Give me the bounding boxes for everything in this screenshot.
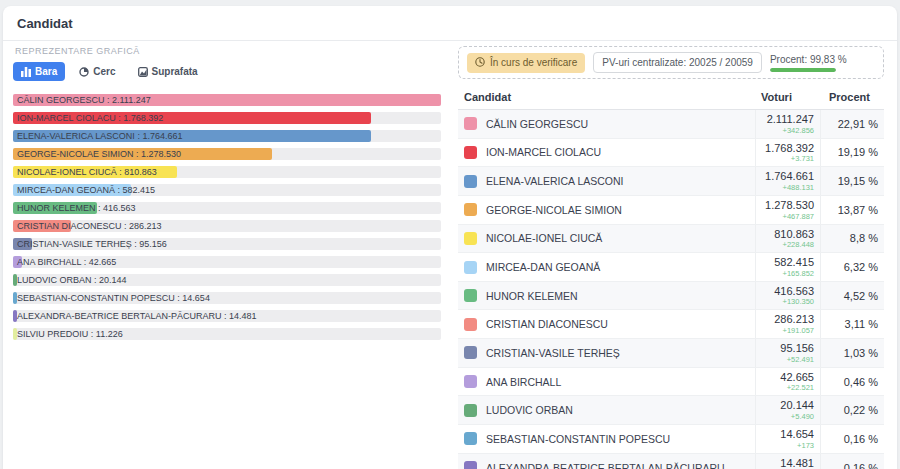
candidate-name: SEBASTIAN-CONSTANTIN POPESCU xyxy=(486,433,670,445)
votes-delta: +228.448 xyxy=(783,240,815,249)
bar-label: SEBASTIAN-CONSTANTIN POPESCU : 14.654 xyxy=(17,294,210,303)
votes-delta: +130.350 xyxy=(783,297,815,306)
percent-value: 0,16 % xyxy=(821,454,884,469)
candidate-color-swatch xyxy=(464,117,477,130)
votes-value: 810.863 xyxy=(774,228,814,241)
candidate-name: CĂLIN GEORGESCU xyxy=(486,118,588,130)
bar-label: LUDOVIC ORBAN : 20.144 xyxy=(17,276,127,285)
view-button-suprafata[interactable]: Suprafata xyxy=(130,62,206,81)
percent-value: 8,8 % xyxy=(821,225,884,253)
bar-label: SILVIU PREDOIU : 11.226 xyxy=(17,330,123,339)
bar-label: HUNOR KELEMEN : 416.563 xyxy=(17,204,136,213)
page-title: Candidat xyxy=(3,6,897,41)
chart-view-toggle: Bara Cerc Suprafata xyxy=(13,62,441,81)
candidate-color-swatch xyxy=(464,146,477,159)
candidate-color-swatch xyxy=(464,375,477,388)
table-row: LUDOVIC ORBAN 20.144 +5.490 0,22 % xyxy=(458,396,884,425)
candidate-color-swatch xyxy=(464,318,477,331)
percent-progress-label: Procent: 99,83 % xyxy=(770,54,847,65)
votes-delta: +22.521 xyxy=(787,383,814,392)
bar-row: CĂLIN GEORGESCU : 2.111.247 xyxy=(13,94,441,106)
votes-value: 582.415 xyxy=(774,256,814,269)
votes-value: 1.764.661 xyxy=(765,170,814,183)
table-row: ALEXANDRA-BEATRICE BERTALAN-PĂCURARU 14.… xyxy=(458,454,884,469)
bar-row: CRISTIAN-VASILE TERHEȘ : 95.156 xyxy=(13,238,441,250)
votes-value: 1.278.530 xyxy=(765,199,814,212)
percent-value: 13,87 % xyxy=(821,196,884,224)
candidate-name: ANA BIRCHALL xyxy=(486,376,561,388)
candidate-name: GEORGE-NICOLAE SIMION xyxy=(486,204,622,216)
candidate-color-swatch xyxy=(464,261,477,274)
votes-value: 14.654 xyxy=(780,428,814,441)
table-row: MIRCEA-DAN GEOANĂ 582.415 +165.852 6,32 … xyxy=(458,253,884,282)
bar-row: ALEXANDRA-BEATRICE BERTALAN-PĂCURARU : 1… xyxy=(13,310,441,322)
votes-delta: +5.490 xyxy=(791,412,814,421)
votes-value: 286.213 xyxy=(774,313,814,326)
header-candidate: Candidat xyxy=(458,91,755,103)
percent-value: 3,11 % xyxy=(821,310,884,338)
candidate-color-swatch xyxy=(464,404,477,417)
view-button-cerc[interactable]: Cerc xyxy=(71,62,123,81)
bar-label: CRISTIAN DIACONESCU : 286.213 xyxy=(17,222,162,231)
table-row: CĂLIN GEORGESCU 2.111.247 +342.856 22,91… xyxy=(458,110,884,139)
percent-value: 0,22 % xyxy=(821,396,884,424)
candidate-name: CRISTIAN-VASILE TERHEȘ xyxy=(486,347,620,359)
table-row: CRISTIAN-VASILE TERHEȘ 95.156 +52.491 1,… xyxy=(458,339,884,368)
votes-delta: +488.131 xyxy=(783,183,815,192)
table-body: CĂLIN GEORGESCU 2.111.247 +342.856 22,91… xyxy=(458,110,884,469)
bar-label: CĂLIN GEORGESCU : 2.111.247 xyxy=(17,96,151,105)
bar-row: HUNOR KELEMEN : 416.563 xyxy=(13,202,441,214)
votes-value: 20.144 xyxy=(780,399,814,412)
votes-delta: +3.731 xyxy=(791,154,814,163)
candidate-name: NICOLAE-IONEL CIUCĂ xyxy=(486,232,602,244)
bar-chart-icon xyxy=(21,67,31,77)
percent-value: 0,46 % xyxy=(821,368,884,396)
bar-row: MIRCEA-DAN GEOANĂ : 582.415 xyxy=(13,184,441,196)
votes-value: 42.665 xyxy=(780,371,814,384)
area-chart-icon xyxy=(138,67,148,77)
bar-row: CRISTIAN DIACONESCU : 286.213 xyxy=(13,220,441,232)
bar-label: ANA BIRCHALL : 42.665 xyxy=(17,258,116,267)
votes-value: 1.768.392 xyxy=(765,142,814,155)
percent-progress-track xyxy=(770,68,836,72)
view-button-bara[interactable]: Bara xyxy=(13,62,65,81)
percent-progress-fill xyxy=(770,68,836,72)
bar-row: SILVIU PREDOIU : 11.226 xyxy=(13,328,441,340)
votes-delta: +342.856 xyxy=(783,126,815,135)
percent-value: 6,32 % xyxy=(821,253,884,281)
bar-row: ION-MARCEL CIOLACU : 1.768.392 xyxy=(13,112,441,124)
percent-value: 22,91 % xyxy=(821,110,884,138)
bar-row: SEBASTIAN-CONSTANTIN POPESCU : 14.654 xyxy=(13,292,441,304)
candidate-name: CRISTIAN DIACONESCU xyxy=(486,318,608,330)
bar-label: GEORGE-NICOLAE SIMION : 1.278.530 xyxy=(17,150,181,159)
candidate-name: LUDOVIC ORBAN xyxy=(486,404,573,416)
view-button-label: Cerc xyxy=(93,66,115,77)
pv-centralized-badge: PV-uri centralizate: 20025 / 20059 xyxy=(593,52,762,73)
percent-progress: Procent: 99,83 % xyxy=(770,54,847,72)
votes-delta: +173 xyxy=(797,441,814,450)
candidate-color-swatch xyxy=(464,175,477,188)
percent-value: 19,15 % xyxy=(821,167,884,195)
candidate-results-card: Candidat REPREZENTARE GRAFICĂ Bara Cerc xyxy=(3,6,897,469)
candidate-name: ELENA-VALERICA LASCONI xyxy=(486,175,624,187)
bar-label: NICOLAE-IONEL CIUCĂ : 810.863 xyxy=(17,168,157,177)
table-row: CRISTIAN DIACONESCU 286.213 +191.057 3,1… xyxy=(458,310,884,339)
header-percent: Procent xyxy=(821,91,884,103)
chart-section: REPREZENTARE GRAFICĂ Bara Cerc Suprafata xyxy=(13,46,441,346)
votes-value: 14.481 xyxy=(780,457,814,469)
centralization-status-box: În curs de verificare PV-uri centralizat… xyxy=(458,46,884,79)
votes-delta: +467.887 xyxy=(783,212,815,221)
clock-icon xyxy=(475,57,485,69)
bar-row: GEORGE-NICOLAE SIMION : 1.278.530 xyxy=(13,148,441,160)
bar-row: LUDOVIC ORBAN : 20.144 xyxy=(13,274,441,286)
candidate-name: ALEXANDRA-BEATRICE BERTALAN-PĂCURARU xyxy=(486,462,725,469)
verification-status-badge: În curs de verificare xyxy=(467,53,585,73)
bar-row: ELENA-VALERICA LASCONI : 1.764.661 xyxy=(13,130,441,142)
header-votes: Voturi xyxy=(755,91,821,103)
view-button-label: Bara xyxy=(35,66,57,77)
percent-value: 0,16 % xyxy=(821,425,884,453)
results-section: În curs de verificare PV-uri centralizat… xyxy=(458,46,884,469)
votes-delta: +165.852 xyxy=(783,269,815,278)
table-row: ANA BIRCHALL 42.665 +22.521 0,46 % xyxy=(458,368,884,397)
pie-chart-icon xyxy=(79,67,89,77)
